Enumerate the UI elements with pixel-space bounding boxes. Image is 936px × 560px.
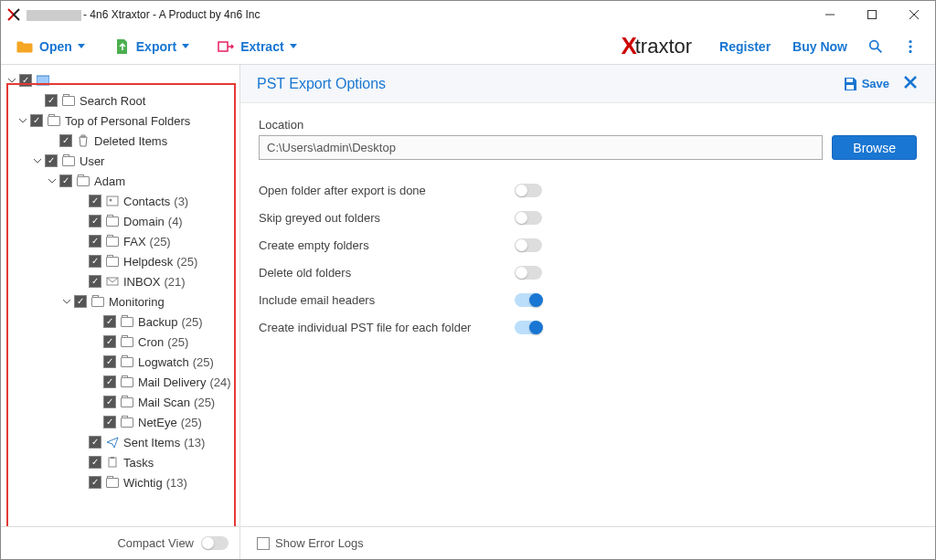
folder-icon: [90, 295, 105, 308]
show-error-logs-label: Show Error Logs: [275, 536, 364, 550]
redacted-text: [27, 10, 81, 21]
tree-item-cron[interactable]: Cron(25): [3, 332, 239, 352]
collapse-icon[interactable]: [6, 75, 17, 86]
collapse-icon[interactable]: [17, 115, 28, 126]
tasks-icon: [105, 456, 120, 469]
collapse-icon[interactable]: [61, 296, 72, 307]
tree-item-neteye[interactable]: NetEye(25): [3, 412, 239, 432]
checkbox[interactable]: [74, 295, 87, 308]
location-label: Location: [259, 118, 917, 132]
tree-item-backup[interactable]: Backup(25): [3, 312, 239, 332]
tree-item-contacts[interactable]: Contacts(3): [3, 191, 239, 211]
compact-view-label: Compact View: [117, 536, 194, 550]
tree-item-user[interactable]: User: [3, 151, 239, 171]
option-individual-pst-label: Create individual PST file for each fold…: [259, 321, 515, 334]
trash-icon: [76, 134, 90, 147]
folder-tree-sidebar: Search Root Top of Personal Folders Dele…: [1, 65, 240, 559]
search-icon[interactable]: [866, 37, 886, 57]
checkbox[interactable]: [89, 456, 101, 469]
open-button[interactable]: Open: [8, 34, 92, 59]
tree-item-search-root[interactable]: Search Root: [3, 90, 239, 111]
folder-icon: [105, 255, 120, 268]
compact-view-row: Compact View: [1, 526, 239, 559]
browse-button[interactable]: Browse: [832, 135, 917, 160]
folder-icon: [105, 235, 120, 248]
extract-button[interactable]: Extract: [209, 34, 303, 59]
svg-rect-16: [846, 79, 853, 82]
svg-point-7: [909, 39, 911, 42]
checkbox[interactable]: [19, 74, 32, 87]
tree-item-sent[interactable]: Sent Items(13): [3, 432, 239, 452]
export-button[interactable]: Export: [105, 34, 197, 59]
tree-item-domain[interactable]: Domain(4): [3, 211, 239, 231]
svg-rect-11: [107, 196, 118, 206]
checkbox[interactable]: [89, 436, 101, 449]
checkbox[interactable]: [103, 396, 116, 408]
option-skip-greyed-label: Skip greyed out folders: [259, 211, 515, 225]
svg-point-8: [909, 45, 911, 48]
close-panel-button[interactable]: [902, 74, 919, 93]
checkbox[interactable]: [30, 114, 43, 127]
tree-root[interactable]: [3, 70, 239, 90]
tree-item-deleted[interactable]: Deleted Items: [3, 131, 239, 151]
option-skip-greyed-toggle[interactable]: [515, 211, 542, 225]
folder-icon: [105, 215, 120, 227]
svg-point-12: [110, 199, 112, 202]
checkbox[interactable]: [45, 94, 58, 107]
option-individual-pst-toggle[interactable]: [515, 321, 542, 334]
app-icon: [6, 7, 21, 22]
export-file-icon: [112, 37, 131, 56]
option-create-empty-toggle[interactable]: [515, 238, 542, 252]
tree-item-adam[interactable]: Adam: [3, 171, 239, 191]
checkbox[interactable]: [89, 476, 101, 489]
checkbox[interactable]: [89, 215, 101, 227]
svg-point-5: [870, 40, 878, 48]
svg-point-9: [909, 49, 911, 52]
folder-icon: [105, 476, 120, 489]
more-menu-icon[interactable]: [900, 37, 920, 57]
tree-item-helpdesk[interactable]: Helpdesk(25): [3, 251, 239, 271]
tree-item-wichtig[interactable]: Wichtig(13): [3, 472, 239, 492]
buy-now-link[interactable]: Buy Now: [792, 39, 847, 54]
svg-rect-15: [111, 457, 114, 459]
option-include-headers-label: Include email headers: [259, 293, 515, 307]
tree-item-monitoring[interactable]: Monitoring: [3, 291, 239, 312]
location-input[interactable]: C:\Users\admin\Desktop: [259, 135, 823, 160]
tree-item-tasks[interactable]: Tasks: [3, 452, 239, 472]
checkbox[interactable]: [103, 416, 116, 428]
collapse-icon[interactable]: [47, 175, 58, 186]
checkbox[interactable]: [89, 195, 101, 207]
checkbox[interactable]: [89, 255, 101, 268]
option-include-headers-toggle[interactable]: [515, 293, 542, 307]
tree-item-inbox[interactable]: INBOX(21): [3, 271, 239, 291]
tree-item-mail-scan[interactable]: Mail Scan(25): [3, 392, 239, 412]
checkbox[interactable]: [89, 275, 101, 288]
minimize-button[interactable]: [809, 1, 851, 28]
maximize-button[interactable]: [851, 1, 893, 28]
checkbox[interactable]: [59, 174, 72, 187]
show-error-logs-checkbox[interactable]: [257, 537, 270, 550]
folder-icon: [61, 154, 76, 167]
folder-icon: [120, 315, 134, 328]
checkbox[interactable]: [103, 335, 116, 348]
tree-item-logwatch[interactable]: Logwatch(25): [3, 352, 239, 372]
checkbox[interactable]: [59, 134, 72, 147]
tree-item-top-personal[interactable]: Top of Personal Folders: [3, 111, 239, 131]
compact-view-toggle[interactable]: [201, 536, 229, 550]
checkbox[interactable]: [103, 375, 116, 388]
folder-icon: [47, 114, 61, 127]
folder-open-icon: [16, 37, 34, 56]
close-window-button[interactable]: [893, 1, 935, 28]
register-link[interactable]: Register: [719, 39, 771, 54]
option-delete-old-toggle[interactable]: [515, 266, 542, 280]
checkbox[interactable]: [103, 315, 116, 328]
checkbox[interactable]: [103, 355, 116, 368]
tree-item-mail-delivery[interactable]: Mail Delivery(24): [3, 372, 239, 392]
checkbox[interactable]: [45, 154, 58, 167]
save-button[interactable]: Save: [842, 76, 889, 92]
sent-icon: [105, 436, 120, 449]
checkbox[interactable]: [89, 235, 101, 248]
option-open-folder-toggle[interactable]: [515, 184, 542, 197]
collapse-icon[interactable]: [32, 155, 43, 166]
tree-item-fax[interactable]: FAX(25): [3, 231, 239, 251]
